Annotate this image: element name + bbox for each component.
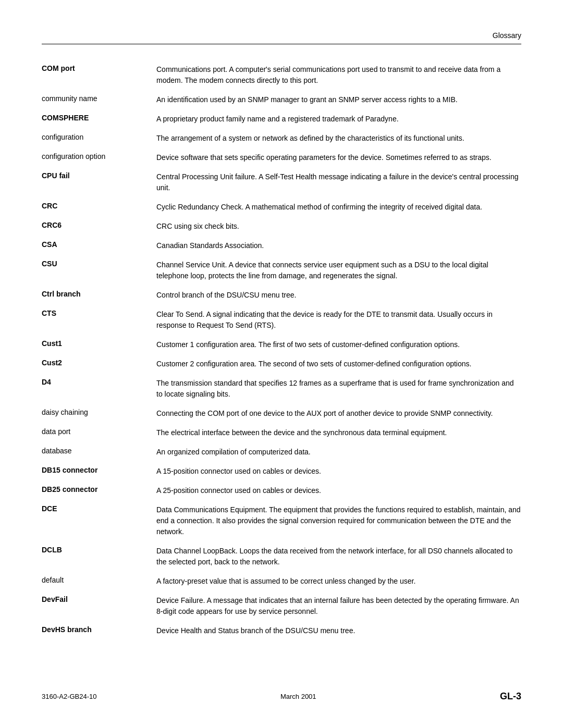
definition-cell: A factory-preset value that is assumed t… (156, 572, 521, 591)
term-cell: CPU fail (42, 167, 156, 198)
term-cell: D4 (42, 374, 156, 404)
glossary-row: Cust1Customer 1 configuration area. The … (42, 335, 521, 354)
definition-cell: An organized compilation of computerized… (156, 442, 521, 462)
glossary-row: CTSClear To Send. A signal indicating th… (42, 305, 521, 335)
glossary-row: community nameAn identification used by … (42, 90, 521, 109)
definition-cell: Channel Service Unit. A device that conn… (156, 255, 521, 286)
definition-cell: A 15-position connector used on cables o… (156, 462, 521, 481)
definition-cell: Communications port. A computer's serial… (156, 60, 521, 90)
term-cell: CSU (42, 255, 156, 286)
glossary-row: CRCCyclic Redundancy Check. A mathematic… (42, 198, 521, 217)
definition-cell: Customer 2 configuration area. The secon… (156, 354, 521, 374)
term-cell: daisy chaining (42, 404, 156, 423)
term-cell: DCE (42, 500, 156, 541)
definition-cell: Cyclic Redundancy Check. A mathematical … (156, 198, 521, 217)
definition-cell: Control branch of the DSU/CSU menu tree. (156, 286, 521, 305)
term-cell: community name (42, 90, 156, 109)
definition-cell: Canadian Standards Association. (156, 236, 521, 255)
term-cell: CRC (42, 198, 156, 217)
glossary-row: databaseAn organized compilation of comp… (42, 442, 521, 462)
definition-cell: Central Processing Unit failure. A Self-… (156, 167, 521, 198)
term-cell: data port (42, 423, 156, 442)
term-cell: configuration (42, 129, 156, 148)
definition-cell: Connecting the COM port of one device to… (156, 404, 521, 423)
glossary-row: COM portCommunications port. A computer'… (42, 60, 521, 90)
glossary-row: CPU failCentral Processing Unit failure.… (42, 167, 521, 198)
glossary-row: DB25 connectorA 25-position connector us… (42, 481, 521, 500)
term-cell: DevFail (42, 591, 156, 621)
term-cell: DB25 connector (42, 481, 156, 500)
footer-doc-number: 3160-A2-GB24-10 (42, 693, 97, 700)
definition-cell: An identification used by an SNMP manage… (156, 90, 521, 109)
definition-cell: Data Communications Equipment. The equip… (156, 500, 521, 541)
glossary-row: DevHS branchDevice Health and Status bra… (42, 621, 521, 640)
definition-cell: Device software that sets specific opera… (156, 148, 521, 167)
term-cell: DevHS branch (42, 621, 156, 640)
definition-cell: Device Health and Status branch of the D… (156, 621, 521, 640)
glossary-table: COM portCommunications port. A computer'… (42, 60, 521, 640)
term-cell: configuration option (42, 148, 156, 167)
page-container: Glossary COM portCommunications port. A … (0, 0, 563, 728)
definition-cell: Customer 1 configuration area. The first… (156, 335, 521, 354)
definition-cell: A 25-position connector used on cables o… (156, 481, 521, 500)
glossary-row: configuration optionDevice software that… (42, 148, 521, 167)
term-cell: COMSPHERE (42, 109, 156, 129)
footer-page-number: GL-3 (500, 691, 521, 702)
definition-cell: Device Failure. A message that indicates… (156, 591, 521, 621)
term-cell: default (42, 572, 156, 591)
term-cell: CTS (42, 305, 156, 335)
page-footer: 3160-A2-GB24-10 March 2001 GL-3 (42, 691, 521, 702)
glossary-row: DevFailDevice Failure. A message that in… (42, 591, 521, 621)
glossary-row: COMSPHEREA proprietary product family na… (42, 109, 521, 129)
footer-date: March 2001 (280, 693, 316, 700)
definition-cell: Data Channel LoopBack. Loops the data re… (156, 541, 521, 572)
glossary-row: CSACanadian Standards Association. (42, 236, 521, 255)
term-cell: Cust2 (42, 354, 156, 374)
definition-cell: A proprietary product family name and a … (156, 109, 521, 129)
glossary-row: defaultA factory-preset value that is as… (42, 572, 521, 591)
glossary-row: configurationThe arrangement of a system… (42, 129, 521, 148)
term-cell: Cust1 (42, 335, 156, 354)
glossary-row: daisy chainingConnecting the COM port of… (42, 404, 521, 423)
glossary-row: D4The transmission standard that specifi… (42, 374, 521, 404)
definition-cell: CRC using six check bits. (156, 217, 521, 236)
glossary-row: Cust2Customer 2 configuration area. The … (42, 354, 521, 374)
glossary-row: Ctrl branchControl branch of the DSU/CSU… (42, 286, 521, 305)
glossary-row: CRC6CRC using six check bits. (42, 217, 521, 236)
definition-cell: The transmission standard that specifies… (156, 374, 521, 404)
glossary-row: DB15 connectorA 15-position connector us… (42, 462, 521, 481)
definition-cell: The arrangement of a system or network a… (156, 129, 521, 148)
header-divider (42, 44, 521, 44)
term-cell: DB15 connector (42, 462, 156, 481)
term-cell: database (42, 442, 156, 462)
header-title: Glossary (493, 31, 521, 40)
term-cell: CSA (42, 236, 156, 255)
term-cell: Ctrl branch (42, 286, 156, 305)
definition-cell: The electrical interface between the dev… (156, 423, 521, 442)
page-header: Glossary (42, 31, 521, 40)
definition-cell: Clear To Send. A signal indicating that … (156, 305, 521, 335)
glossary-row: DCLBData Channel LoopBack. Loops the dat… (42, 541, 521, 572)
glossary-row: data portThe electrical interface betwee… (42, 423, 521, 442)
term-cell: COM port (42, 60, 156, 90)
glossary-row: DCEData Communications Equipment. The eq… (42, 500, 521, 541)
term-cell: CRC6 (42, 217, 156, 236)
term-cell: DCLB (42, 541, 156, 572)
glossary-row: CSUChannel Service Unit. A device that c… (42, 255, 521, 286)
